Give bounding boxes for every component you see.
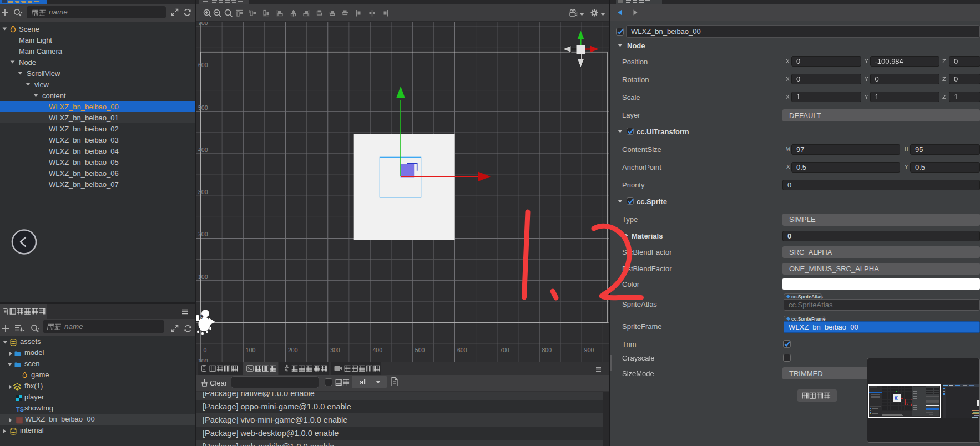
svg-text:0: 0 <box>204 347 207 353</box>
svg-text:300: 300 <box>198 189 208 195</box>
svg-text:200: 200 <box>198 231 208 237</box>
svg-text:600: 600 <box>198 62 208 68</box>
svg-text:100: 100 <box>246 347 256 353</box>
svg-text:600: 600 <box>457 347 467 353</box>
svg-text:0: 0 <box>200 314 203 320</box>
svg-text:400: 400 <box>373 347 383 353</box>
svg-text:100: 100 <box>198 358 208 362</box>
svg-text:100: 100 <box>198 273 208 280</box>
svg-text:500: 500 <box>415 347 425 353</box>
svg-text:500: 500 <box>198 104 208 111</box>
svg-text:900: 900 <box>584 347 594 353</box>
svg-text:300: 300 <box>330 347 340 353</box>
svg-text:700: 700 <box>198 22 208 26</box>
svg-text:700: 700 <box>499 347 509 353</box>
svg-text:800: 800 <box>542 347 552 353</box>
svg-text:400: 400 <box>198 146 208 153</box>
svg-text:200: 200 <box>288 347 298 353</box>
